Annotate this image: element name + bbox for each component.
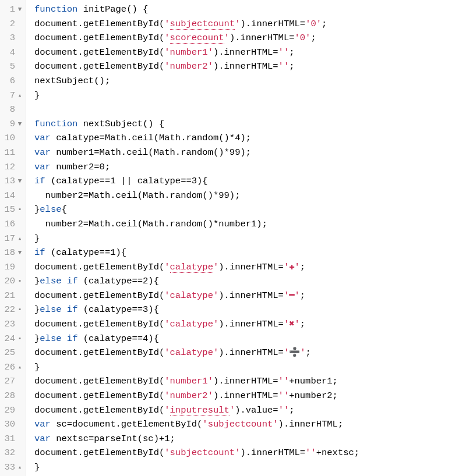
- gutter-line[interactable]: 6: [0, 74, 24, 88]
- gutter-line[interactable]: 29: [0, 403, 24, 418]
- code-line[interactable]: document.getElementById('number1').inner…: [34, 45, 466, 60]
- gutter-line[interactable]: 26▴: [0, 360, 24, 375]
- line-number: 3: [2, 31, 16, 45]
- fold-icon[interactable]: ▪: [16, 303, 23, 317]
- code-line[interactable]: [34, 102, 466, 117]
- code-line[interactable]: var number2=0;: [34, 160, 466, 175]
- fold-icon[interactable]: ▼: [16, 246, 23, 260]
- fold-icon[interactable]: ▴: [16, 232, 23, 246]
- line-number: 6: [2, 74, 16, 88]
- code-line[interactable]: if (calatype==1){: [34, 246, 466, 260]
- code-line[interactable]: document.getElementById('calatype').inne…: [34, 260, 466, 275]
- gutter-line[interactable]: 30: [0, 417, 24, 432]
- gutter-line[interactable]: 9▼: [0, 117, 24, 132]
- code-line[interactable]: var number1=Math.ceil(Math.random()*99);: [34, 145, 466, 160]
- code-line[interactable]: var calatype=Math.ceil(Math.random()*4);: [34, 131, 466, 145]
- gutter-line[interactable]: 2: [0, 17, 24, 31]
- code-line[interactable]: document.getElementById('scorecount').in…: [34, 31, 466, 45]
- line-number: 32: [2, 446, 16, 460]
- line-number: 8: [2, 102, 16, 117]
- line-number: 1: [2, 2, 16, 17]
- code-line[interactable]: }: [34, 360, 466, 375]
- code-line[interactable]: }: [34, 88, 466, 103]
- code-line[interactable]: document.getElementById('number2').inner…: [34, 389, 466, 403]
- code-line[interactable]: nextSubject();: [34, 74, 466, 88]
- gutter-line[interactable]: 28: [0, 389, 24, 403]
- gutter-line[interactable]: 18▼: [0, 246, 24, 260]
- gutter: 1▼234567▴89▼10111213▼1415▪1617▴18▼1920▪2…: [0, 0, 26, 476]
- gutter-line[interactable]: 33▴: [0, 460, 24, 475]
- fold-icon[interactable]: ▴: [16, 460, 23, 475]
- line-number: 9: [2, 117, 16, 132]
- code-line[interactable]: }else if (calatype==2){: [34, 274, 466, 289]
- line-number: 4: [2, 45, 16, 60]
- fold-icon[interactable]: ▴: [16, 360, 23, 375]
- gutter-line[interactable]: 8: [0, 102, 24, 117]
- gutter-line[interactable]: 22▪: [0, 303, 24, 317]
- line-number: 33: [2, 460, 16, 475]
- code-line[interactable]: function initPage() {: [34, 2, 466, 17]
- code-line[interactable]: var nextsc=parseInt(sc)+1;: [34, 432, 466, 446]
- gutter-line[interactable]: 17▴: [0, 232, 24, 246]
- gutter-line[interactable]: 27: [0, 374, 24, 389]
- code-line[interactable]: }else if (calatype==4){: [34, 332, 466, 346]
- code-line[interactable]: function nextSubject() {: [34, 117, 466, 132]
- code-line[interactable]: document.getElementById('subjectcount').…: [34, 17, 466, 31]
- code-line[interactable]: }: [34, 232, 466, 246]
- fold-icon[interactable]: ▪: [16, 203, 23, 217]
- gutter-line[interactable]: 4: [0, 45, 24, 60]
- gutter-line[interactable]: 20▪: [0, 274, 24, 289]
- gutter-line[interactable]: 11: [0, 145, 24, 160]
- code-line[interactable]: }else{: [34, 203, 466, 217]
- fold-icon[interactable]: ▼: [16, 117, 23, 132]
- line-number: 29: [2, 403, 16, 418]
- gutter-line[interactable]: 31: [0, 432, 24, 446]
- gutter-line[interactable]: 15▪: [0, 203, 24, 217]
- code-line[interactable]: document.getElementById('number1').inner…: [34, 374, 466, 389]
- fold-icon[interactable]: ▪: [16, 332, 23, 346]
- line-number: 30: [2, 417, 16, 432]
- code-area[interactable]: function initPage() {document.getElement…: [26, 0, 466, 476]
- line-number: 12: [2, 160, 16, 175]
- code-line[interactable]: number2=Math.ceil(Math.random()*99);: [34, 189, 466, 203]
- code-line[interactable]: document.getElementById('calatype').inne…: [34, 289, 466, 303]
- gutter-line[interactable]: 14: [0, 189, 24, 203]
- line-number: 10: [2, 131, 16, 145]
- fold-icon[interactable]: ▼: [16, 174, 23, 189]
- code-editor[interactable]: 1▼234567▴89▼10111213▼1415▪1617▴18▼1920▪2…: [0, 0, 466, 476]
- line-number: 19: [2, 260, 16, 275]
- line-number: 18: [2, 246, 16, 260]
- line-number: 7: [2, 88, 16, 103]
- code-line[interactable]: document.getElementById('inputresult').v…: [34, 403, 466, 418]
- gutter-line[interactable]: 13▼: [0, 174, 24, 189]
- code-line[interactable]: document.getElementById('number2').inner…: [34, 59, 466, 74]
- code-line[interactable]: }else if (calatype==3){: [34, 303, 466, 317]
- fold-icon[interactable]: ▼: [16, 2, 23, 17]
- gutter-line[interactable]: 5: [0, 59, 24, 74]
- gutter-line[interactable]: 19: [0, 260, 24, 275]
- gutter-line[interactable]: 25: [0, 346, 24, 360]
- gutter-line[interactable]: 21: [0, 289, 24, 303]
- line-number: 20: [2, 274, 16, 289]
- code-line[interactable]: number2=Math.ceil(Math.random()*number1)…: [34, 217, 466, 232]
- code-line[interactable]: document.getElementById('calatype').inne…: [34, 346, 466, 360]
- gutter-line[interactable]: 10: [0, 131, 24, 145]
- gutter-line[interactable]: 12: [0, 160, 24, 175]
- gutter-line[interactable]: 32: [0, 446, 24, 460]
- line-number: 28: [2, 389, 16, 403]
- line-number: 21: [2, 289, 16, 303]
- gutter-line[interactable]: 3: [0, 31, 24, 45]
- code-line[interactable]: document.getElementById('calatype').inne…: [34, 317, 466, 332]
- gutter-line[interactable]: 7▴: [0, 88, 24, 103]
- code-line[interactable]: }: [34, 460, 466, 475]
- fold-icon[interactable]: ▪: [16, 274, 23, 289]
- gutter-line[interactable]: 16: [0, 217, 24, 232]
- gutter-line[interactable]: 24▪: [0, 332, 24, 346]
- code-line[interactable]: document.getElementById('subjectcount').…: [34, 446, 466, 460]
- code-line[interactable]: var sc=document.getElementById('subjectc…: [34, 417, 466, 432]
- gutter-line[interactable]: 23: [0, 317, 24, 332]
- gutter-line[interactable]: 1▼: [0, 2, 24, 17]
- fold-icon[interactable]: ▴: [16, 88, 23, 103]
- code-line[interactable]: if (calatype==1 || calatype==3){: [34, 174, 466, 189]
- line-number: 26: [2, 360, 16, 375]
